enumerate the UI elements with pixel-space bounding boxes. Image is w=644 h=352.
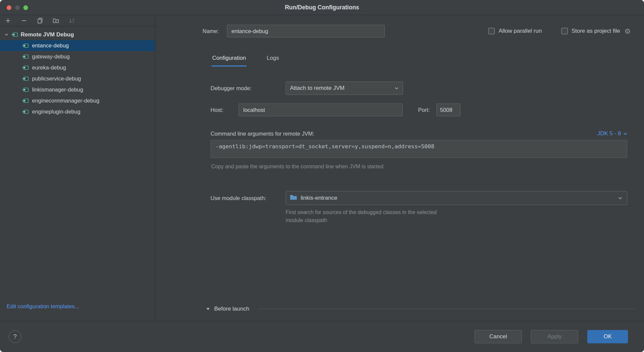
close-window-button[interactable] [7,5,11,10]
module-classpath-value: linkis-entrance [301,195,337,201]
new-folder-icon[interactable] [52,17,59,24]
debugger-mode-label: Debugger mode: [211,85,286,92]
minimize-window-button[interactable] [15,5,20,10]
section-divider [258,309,635,309]
help-button[interactable]: ? [9,330,21,343]
checkbox-box [488,28,495,34]
apply-button[interactable]: Apply [531,330,578,343]
copy-configuration-icon[interactable] [36,17,43,24]
host-input[interactable]: localhost [239,104,403,116]
module-folder-icon [290,194,297,202]
tab-configuration[interactable]: Configuration [212,55,247,66]
jdk-version-value: JDK 5 - 8 [597,130,621,137]
tabs: Configuration Logs [212,55,644,66]
port-label: Port: [418,107,430,113]
dialog-footer: ? Cancel Apply OK [0,321,644,352]
debugger-mode-value: Attach to remote JVM [290,85,344,92]
tree-item-linkismanager-debug[interactable]: linkismanager-debug [0,84,155,95]
ok-button[interactable]: OK [587,330,628,343]
host-value: localhost [243,107,265,113]
chevron-down-icon [394,87,399,90]
cmdline-arguments-field[interactable]: -agentlib:jdwp=transport=dt_socket,serve… [211,140,627,158]
remote-jvm-debug-icon [11,31,18,38]
remote-jvm-debug-icon [22,53,29,60]
window-title: Run/Debug Configurations [285,4,359,11]
module-classpath-label: Use module classpath: [211,195,286,201]
name-row: Name: entance-debug Allow parallel run S… [203,25,631,37]
name-input[interactable]: entance-debug [227,25,385,37]
checkbox-box [561,28,568,34]
name-label: Name: [203,28,219,34]
host-label: Host: [211,107,239,113]
gear-icon[interactable]: ⚙ [624,28,631,35]
remove-configuration-icon[interactable] [20,17,27,24]
module-classpath-hint-line1: First search for sources of the debugged… [286,208,627,216]
triangle-down-icon [206,306,210,312]
jdk-version-selector[interactable]: JDK 5 - 8 [597,130,627,137]
store-as-project-file-checkbox[interactable]: Store as project file [561,28,620,34]
checkbox-label: Allow parallel run [499,28,542,34]
tab-logs[interactable]: Logs [266,55,280,66]
tree-group-label: Remote JVM Debug [21,31,74,38]
module-classpath-hint: First search for sources of the debugged… [286,208,627,224]
checkbox-group: Allow parallel run Store as project file… [488,28,631,35]
config-name: linkismanager-debug [32,86,83,93]
chevron-down-icon [623,130,627,137]
tree-item-eureka-debug[interactable]: eureka-debug [0,62,155,73]
cmdline-hint: Copy and paste the arguments to the comm… [211,164,627,170]
add-configuration-icon[interactable] [4,17,11,24]
config-name: gateway-debug [32,53,70,60]
cmdline-arguments-value: -agentlib:jdwp=transport=dt_socket,serve… [216,143,434,150]
port-input[interactable]: 5008 [436,104,460,116]
chevron-down-icon [618,197,622,200]
configurations-tree: Remote JVM Debug entance-debug gateway-d… [0,26,155,117]
tree-item-engineconnmanager-debug[interactable]: engineconnmanager-debug [0,95,155,106]
run-debug-configurations-dialog: Run/Debug Configurations [0,0,644,352]
module-classpath-hint-line2: module classpath [286,216,627,224]
cmdline-label: Command line arguments for remote JVM: [211,131,314,137]
tree-item-entance-debug[interactable]: entance-debug [0,40,155,51]
remote-jvm-debug-icon [22,86,29,93]
checkbox-label: Store as project file [572,28,620,34]
cancel-button[interactable]: Cancel [474,330,522,343]
config-name: eureka-debug [32,64,66,71]
tree-item-publicservice-debug[interactable]: publicservice-debug [0,73,155,84]
name-value: entance-debug [232,28,268,34]
config-name: engineplugin-debug [32,109,80,115]
remote-jvm-debug-icon [22,109,29,115]
config-name: publicservice-debug [32,75,81,82]
allow-parallel-run-checkbox[interactable]: Allow parallel run [488,28,542,34]
configuration-panel: Name: entance-debug Allow parallel run S… [156,15,644,321]
sort-configurations-icon[interactable] [68,17,75,24]
module-classpath-row: Use module classpath: linkis-entrance [211,191,627,205]
port-value: 5008 [440,107,452,113]
config-name: engineconnmanager-debug [32,98,99,104]
debugger-mode-row: Debugger mode: Attach to remote JVM [211,81,627,95]
before-launch-label: Before launch [214,306,249,312]
configuration-tab-content: Debugger mode: Attach to remote JVM Host… [211,81,627,224]
tree-item-engineplugin-debug[interactable]: engineplugin-debug [0,106,155,117]
titlebar: Run/Debug Configurations [0,0,644,15]
debugger-mode-dropdown[interactable]: Attach to remote JVM [286,81,403,95]
tree-item-gateway-debug[interactable]: gateway-debug [0,51,155,62]
traffic-lights [7,0,28,15]
chevron-down-icon[interactable] [4,32,9,37]
sidebar: Remote JVM Debug entance-debug gateway-d… [0,15,155,321]
remote-jvm-debug-icon [22,98,29,104]
before-launch-section-toggle[interactable]: Before launch [206,306,635,312]
remote-jvm-debug-icon [22,42,29,49]
config-name: entance-debug [32,42,69,49]
remote-jvm-debug-icon [22,75,29,82]
tree-group-remote-jvm-debug[interactable]: Remote JVM Debug [0,29,155,40]
zoom-window-button[interactable] [23,5,28,10]
sidebar-toolbar [0,15,155,26]
module-classpath-dropdown[interactable]: linkis-entrance [286,191,627,205]
cmdline-header: Command line arguments for remote JVM: J… [211,130,627,137]
host-port-row: Host: localhost Port: 5008 [211,104,627,116]
edit-configuration-templates-link[interactable]: Edit configuration templates... [7,303,79,310]
remote-jvm-debug-icon [22,64,29,71]
